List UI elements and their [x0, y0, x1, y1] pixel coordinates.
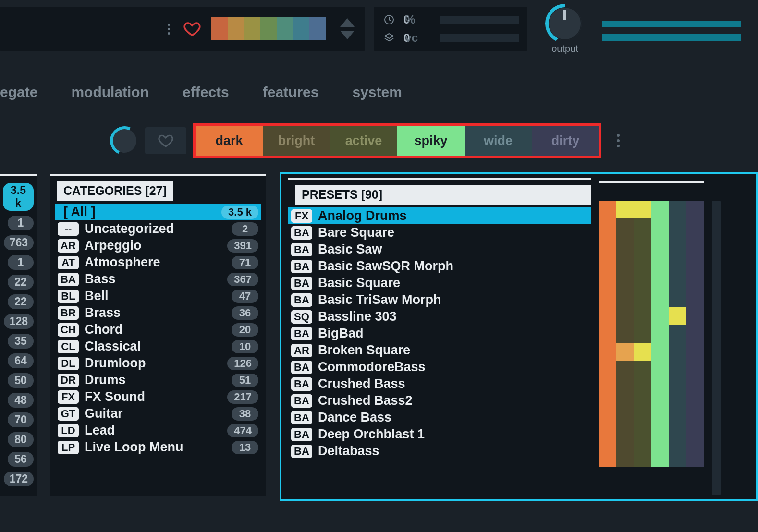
preset-row[interactable]: BACommodoreBass — [288, 359, 591, 375]
category-code-badge: DR — [58, 374, 79, 387]
preset-stepper[interactable] — [340, 18, 355, 39]
bank-count[interactable]: 80 — [8, 432, 34, 447]
bank-count[interactable]: 70 — [8, 412, 34, 427]
preset-row[interactable]: BABasic SawSQR Morph — [288, 258, 591, 275]
preset-color-strip — [211, 17, 326, 40]
bank-count[interactable]: 22 — [8, 294, 34, 309]
bank-counts-column: 3.5 k17631222212835645048708056172 — [0, 174, 37, 496]
preset-label: Dance Bass — [318, 410, 391, 425]
bank-count[interactable]: 22 — [8, 275, 34, 290]
category-count: 20 — [232, 323, 258, 337]
preset-row[interactable]: BABasic TriSaw Morph — [288, 291, 591, 308]
preset-row[interactable]: BACrushed Bass — [288, 375, 591, 392]
category-row[interactable]: DRDrums51 — [55, 372, 261, 388]
preset-row[interactable]: BADeep Orchblast 1 — [288, 426, 591, 443]
preset-row[interactable]: BABasic Square — [288, 275, 591, 291]
preset-row[interactable]: BABare Square — [288, 224, 591, 241]
tag-wide[interactable]: wide — [465, 126, 532, 156]
output-knob[interactable] — [548, 7, 582, 40]
preset-label: Basic Square — [318, 276, 400, 290]
category-code-badge: LP — [58, 441, 79, 454]
nav-tab-system[interactable]: system — [352, 84, 402, 100]
category-count: 36 — [232, 306, 258, 320]
category-code-badge: DL — [58, 357, 79, 370]
preset-code-badge: BA — [291, 445, 312, 458]
category-row[interactable]: --Uncategorized2 — [55, 220, 261, 237]
bank-count[interactable]: 3.5 k — [3, 183, 34, 211]
category-count: 126 — [227, 357, 258, 370]
bank-count[interactable]: 56 — [8, 452, 34, 467]
nav-tab-modulation[interactable]: modulation — [71, 84, 149, 100]
voices-bar — [440, 34, 519, 42]
preset-row[interactable]: BABasic Saw — [288, 241, 591, 258]
preset-row[interactable]: BACrushed Bass2 — [288, 392, 591, 409]
category-count: 38 — [232, 407, 258, 421]
preset-label: Deltabass — [318, 444, 379, 459]
preset-code-badge: BA — [291, 377, 312, 391]
category-row[interactable]: GTGuitar38 — [55, 405, 261, 422]
bank-count[interactable]: 48 — [8, 393, 34, 408]
bank-count[interactable]: 763 — [4, 235, 34, 250]
bank-count[interactable]: 64 — [8, 353, 34, 368]
bank-count[interactable]: 35 — [8, 334, 34, 349]
category-row[interactable]: BRBrass36 — [55, 304, 261, 321]
category-code-badge: BL — [58, 290, 79, 303]
favorites-filter-button[interactable] — [145, 127, 186, 154]
tag-dirty[interactable]: dirty — [532, 126, 599, 156]
output-label: output — [551, 43, 578, 54]
preset-row[interactable]: BADance Bass — [288, 409, 591, 426]
voices-suffix: vc — [405, 31, 418, 44]
category-code-badge: CH — [58, 323, 79, 337]
presets-scrollbar[interactable] — [712, 201, 721, 495]
category-label: Guitar — [85, 406, 226, 421]
category-row[interactable]: CLClassical10 — [55, 338, 261, 355]
preset-row[interactable]: BADeltabass — [288, 443, 591, 459]
category-row[interactable]: LPLive Loop Menu13 — [55, 439, 261, 456]
output-panel: output — [536, 7, 594, 54]
category-row[interactable]: DLDrumloop126 — [55, 355, 261, 372]
clock-icon — [382, 14, 396, 25]
category-label: Chord — [85, 322, 226, 337]
drag-handle-icon[interactable] — [168, 24, 173, 35]
tag-active[interactable]: active — [330, 126, 397, 156]
bank-count[interactable]: 1 — [8, 255, 34, 270]
nav-tab-features[interactable]: features — [263, 84, 319, 100]
category-row[interactable]: [ All ]3.5 k — [55, 204, 261, 220]
meter-left — [602, 21, 744, 27]
filter-knob[interactable] — [112, 129, 136, 153]
bank-count[interactable]: 1 — [8, 216, 34, 230]
category-code-badge: GT — [58, 407, 79, 421]
category-count: 391 — [227, 239, 258, 253]
category-row[interactable]: CHChord20 — [55, 321, 261, 338]
preset-row[interactable]: BABigBad — [288, 325, 591, 342]
tag-menu-button[interactable] — [617, 134, 620, 147]
category-row[interactable]: BLBell47 — [55, 288, 261, 304]
category-row[interactable]: ARArpeggio391 — [55, 237, 261, 254]
category-code-badge: AT — [58, 256, 79, 269]
category-row[interactable]: BABass367 — [55, 271, 261, 288]
category-code-badge: CL — [58, 340, 79, 353]
tag-dark[interactable]: dark — [196, 126, 263, 156]
nav-tab-egate[interactable]: egate — [0, 84, 37, 100]
category-row[interactable]: LDLead474 — [55, 422, 261, 439]
category-label: Lead — [85, 423, 221, 438]
category-row[interactable]: ATAtmosphere71 — [55, 254, 261, 271]
favorite-button[interactable] — [182, 19, 203, 38]
bank-count[interactable]: 50 — [8, 373, 34, 388]
tag-spiky[interactable]: spiky — [397, 126, 465, 156]
preset-code-badge: BA — [291, 327, 312, 340]
category-count: 474 — [227, 424, 258, 437]
preset-row[interactable]: ARBroken Square — [288, 342, 591, 359]
nav-tab-effects[interactable]: effects — [183, 84, 229, 100]
cpu-suffix: % — [405, 13, 415, 26]
preset-color-grid — [599, 201, 704, 467]
bank-count[interactable]: 172 — [4, 472, 34, 486]
chevron-up-icon[interactable] — [340, 18, 355, 27]
preset-row[interactable]: SQBassline 303 — [288, 308, 591, 325]
chevron-down-icon[interactable] — [340, 31, 355, 39]
preset-row[interactable]: FXAnalog Drums — [288, 207, 591, 224]
tag-bright[interactable]: bright — [263, 126, 330, 156]
category-code-badge: AR — [58, 239, 79, 253]
category-row[interactable]: FXFX Sound217 — [55, 388, 261, 405]
bank-count[interactable]: 128 — [4, 314, 34, 329]
